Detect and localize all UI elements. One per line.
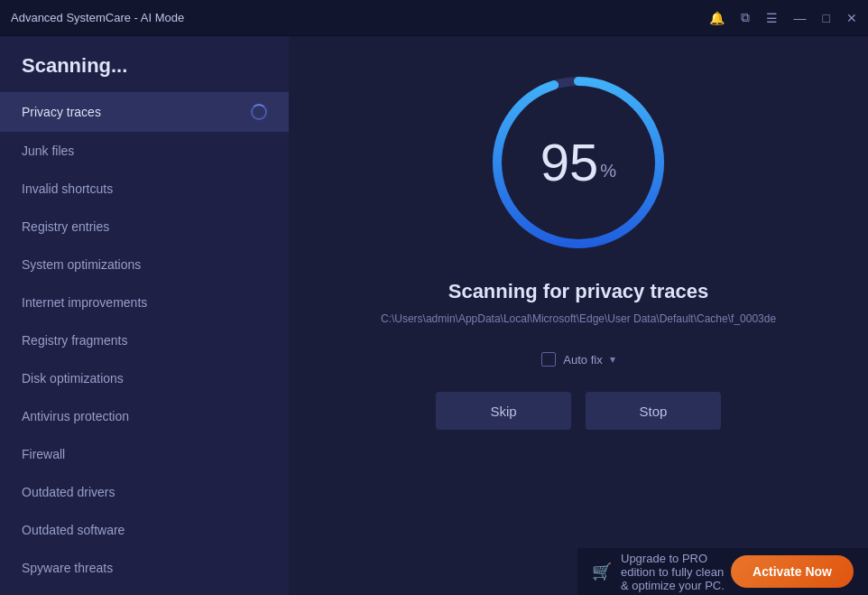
bell-icon[interactable]: 🔔 [709, 11, 725, 25]
autofix-label: Auto fix [563, 353, 602, 367]
sidebar-item-label: Disk optimizations [22, 371, 124, 386]
scan-title: Scanning for privacy traces [448, 280, 709, 303]
sidebar-item-spyware-threats[interactable]: Spyware threats [0, 549, 289, 587]
upgrade-message: Upgrade to PRO edition to fully clean & … [621, 552, 731, 592]
sidebar-item-label: Outdated software [22, 523, 125, 537]
sidebar-item-label: System optimizations [22, 257, 141, 272]
sidebar-item-label: Registry fragments [22, 333, 127, 348]
progress-number: 95 [540, 136, 599, 189]
sidebar-item-label: Invalid shortcuts [22, 181, 113, 196]
bottom-bar: 🛒 Upgrade to PRO edition to fully clean … [577, 548, 868, 595]
sidebar-item-outdated-drivers[interactable]: Outdated drivers [0, 473, 289, 511]
scan-path: C:\Users\admin\AppData\Local\Microsoft\E… [381, 312, 776, 325]
loading-spinner [251, 104, 267, 120]
sidebar-item-label: Firewall [22, 447, 65, 461]
sidebar-item-invalid-shortcuts[interactable]: Invalid shortcuts [0, 170, 289, 208]
sidebar-item-firewall[interactable]: Firewall [0, 435, 289, 473]
sidebar-items-list: Privacy tracesJunk filesInvalid shortcut… [0, 92, 289, 595]
layers-icon[interactable]: ⧉ [741, 10, 750, 25]
bottom-bar-left: 🛒 Upgrade to PRO edition to fully clean … [592, 552, 731, 592]
progress-text: 95 % [540, 136, 616, 189]
sidebar-item-label: Internet improvements [22, 295, 147, 310]
sidebar-item-disk-optimizations[interactable]: Disk optimizations [0, 359, 289, 397]
content-area: 95 % Scanning for privacy traces C:\User… [289, 36, 868, 595]
progress-circle: 95 % [488, 72, 669, 253]
sidebar-item-outdated-software[interactable]: Outdated software [0, 511, 289, 549]
sidebar-item-label: Spyware threats [22, 561, 113, 575]
action-buttons: Skip Stop [436, 392, 721, 430]
sidebar-item-antivirus-protection[interactable]: Antivirus protection [0, 397, 289, 435]
app-title: Advanced SystemCare - AI Mode [11, 11, 184, 24]
stop-button[interactable]: Stop [586, 392, 721, 430]
sidebar-item-label: Antivirus protection [22, 409, 129, 423]
sidebar-item-label: Junk files [22, 144, 74, 158]
minimize-icon[interactable]: — [794, 11, 807, 25]
sidebar-item-junk-files[interactable]: Junk files [0, 132, 289, 170]
sidebar-item-registry-fragments[interactable]: Registry fragments [0, 321, 289, 359]
progress-percent: % [600, 161, 616, 181]
sidebar-item-system-optimizations[interactable]: System optimizations [0, 246, 289, 284]
titlebar: Advanced SystemCare - AI Mode 🔔 ⧉ ☰ — □ … [0, 0, 868, 36]
window-controls: 🔔 ⧉ ☰ — □ ✕ [709, 10, 857, 25]
sidebar-item-system-weaknesses[interactable]: System weaknesses [0, 587, 289, 595]
activate-now-button[interactable]: Activate Now [731, 555, 854, 588]
sidebar-header: Scanning... [0, 36, 289, 92]
autofix-checkbox[interactable] [541, 352, 556, 367]
menu-icon[interactable]: ☰ [766, 11, 778, 25]
autofix-chevron-icon[interactable]: ▾ [610, 353, 615, 366]
close-icon[interactable]: ✕ [846, 11, 857, 25]
maximize-icon[interactable]: □ [823, 11, 830, 25]
cart-icon: 🛒 [592, 562, 612, 581]
sidebar-item-privacy-traces[interactable]: Privacy traces [0, 92, 289, 132]
sidebar: Scanning... Privacy tracesJunk filesInva… [0, 36, 289, 595]
main-layout: Scanning... Privacy tracesJunk filesInva… [0, 36, 868, 595]
sidebar-item-label: Privacy traces [22, 105, 101, 119]
skip-button[interactable]: Skip [436, 392, 571, 430]
sidebar-item-internet-improvements[interactable]: Internet improvements [0, 284, 289, 321]
autofix-row: Auto fix ▾ [541, 352, 614, 367]
sidebar-item-label: Outdated drivers [22, 485, 115, 499]
sidebar-item-registry-entries[interactable]: Registry entries [0, 208, 289, 246]
sidebar-item-label: Registry entries [22, 219, 109, 234]
